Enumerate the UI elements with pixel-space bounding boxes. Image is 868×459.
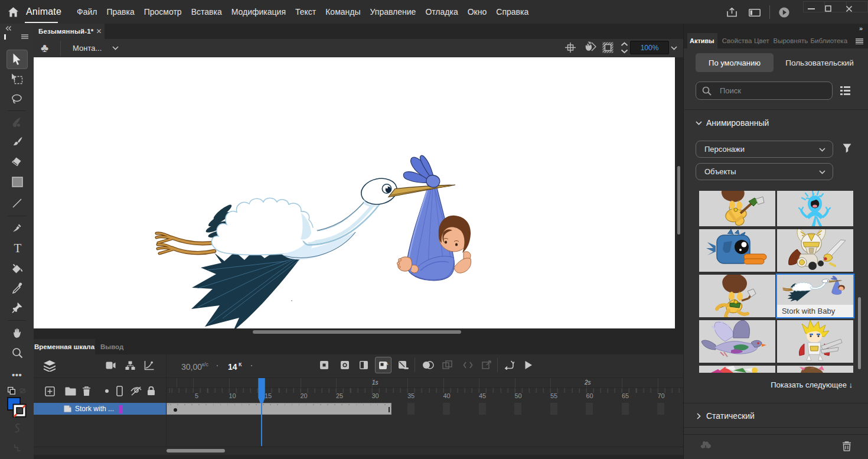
svg-text:A: A [385,361,389,366]
